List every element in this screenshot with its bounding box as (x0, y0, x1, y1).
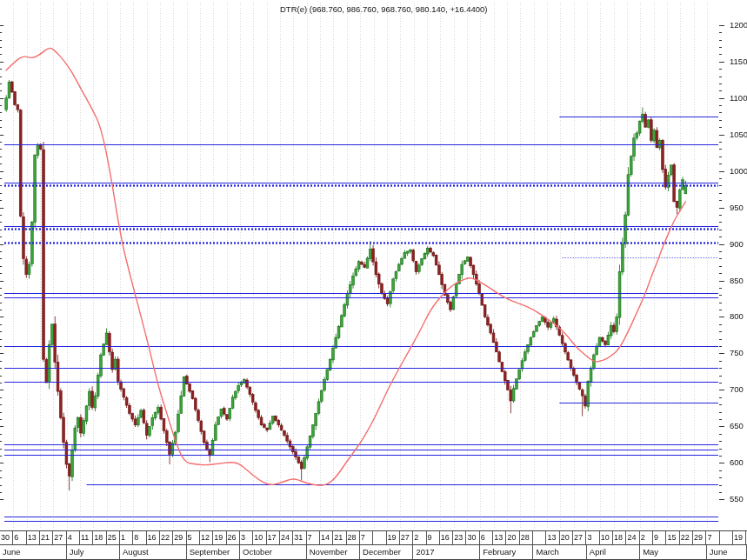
x-axis-month-label: June (707, 545, 747, 559)
x-axis-month-label: August (120, 545, 187, 559)
x-axis-week-label: 30 (0, 531, 13, 544)
x-axis-week-label: 8 (133, 531, 146, 544)
x-axis-week-label: 19 (213, 531, 226, 544)
x-axis-week-label: 29 (693, 531, 706, 544)
x-axis-week-label: 30 (466, 531, 479, 544)
x-axis-week-label: 21 (40, 531, 53, 544)
x-axis-week-label: 7 (706, 531, 719, 544)
chart-title: DTR(e) (968.760, 986.760, 968.760, 980.1… (280, 4, 487, 14)
x-axis-week-label: 25 (107, 531, 120, 544)
x-axis-week-label: 22 (680, 531, 693, 544)
x-axis-week-label: 2 (640, 531, 653, 544)
x-axis-week-label: 6 (13, 531, 26, 544)
x-axis-week-label: 31 (293, 531, 306, 544)
x-axis-week-label: 21 (333, 531, 346, 544)
x-axis-week-label: 17 (267, 531, 280, 544)
x-axis-week-label: 7 (307, 531, 320, 544)
x-axis-week-label: 23 (453, 531, 466, 544)
x-axis-week-label: 19 (733, 531, 746, 544)
x-axis-month-label: May (640, 545, 707, 559)
x-axis-month-label: March (533, 545, 586, 559)
x-axis-months-row: JuneJulyAugustSeptemberOctoberNovemberDe… (0, 545, 747, 559)
x-axis-week-label: 11 (80, 531, 93, 544)
x-axis-week-label: 24 (626, 531, 639, 544)
x-axis-week-label: 3 (240, 531, 253, 544)
x-axis-dates-row: 3061321274111825181622295121926310172431… (0, 531, 747, 545)
x-axis-week-label: 10 (600, 531, 613, 544)
x-axis-week-label: 27 (400, 531, 413, 544)
x-axis-week-label: 28 (347, 531, 360, 544)
x-axis-week-label: 18 (613, 531, 626, 544)
x-axis-week-label: 27 (53, 531, 66, 544)
x-axis-week-label: 29 (173, 531, 186, 544)
x-axis-month-label: July (67, 545, 120, 559)
x-axis-week-label: 13 (27, 531, 40, 544)
x-axis-month-label: February (480, 545, 533, 559)
x-axis-month-label: June (0, 545, 67, 559)
x-axis-month-label: October (240, 545, 307, 559)
x-axis-week-label: 9 (427, 531, 440, 544)
chart-window: DTR(e) (968.760, 986.760, 968.760, 980.1… (0, 0, 747, 560)
x-axis-month-label: December (360, 545, 413, 559)
x-axis-week-label: 16 (440, 531, 453, 544)
x-axis-week-label: 12 (200, 531, 213, 544)
x-axis-month-label: November (307, 545, 360, 559)
x-axis-month-label: 2017 (413, 545, 480, 559)
x-axis-week-label: 22 (160, 531, 173, 544)
x-axis-week-label: 5 (187, 531, 200, 544)
x-axis-month-label: September (187, 545, 240, 559)
x-axis-week-label (533, 531, 546, 544)
x-axis-week-label: 10 (253, 531, 266, 544)
x-axis-week-label: 13 (546, 531, 559, 544)
x-axis-week-label: 16 (147, 531, 160, 544)
x-axis-week-label: 20 (506, 531, 519, 544)
x-axis-week-label: 6 (480, 531, 493, 544)
x-axis-week-label: 9 (653, 531, 666, 544)
price-chart-canvas[interactable] (0, 0, 747, 560)
x-axis-week-label: 19 (387, 531, 400, 544)
x-axis-week-label: 7 (360, 531, 373, 544)
x-axis-week-label: 26 (227, 531, 240, 544)
x-axis-week-label: 2 (413, 531, 426, 544)
x-axis-week-label (720, 531, 733, 544)
x-axis-week-label: 1 (120, 531, 133, 544)
x-axis-week-label: 4 (67, 531, 80, 544)
x-axis-week-label: 3 (586, 531, 599, 544)
x-axis-month-label: April (587, 545, 640, 559)
x-axis-week-label (373, 531, 386, 544)
x-axis-week-label: 14 (320, 531, 333, 544)
x-axis-week-label: 15 (666, 531, 679, 544)
x-axis-week-label: 18 (93, 531, 106, 544)
x-axis: 3061321274111825181622295121926310172431… (0, 530, 747, 560)
x-axis-week-label: 20 (560, 531, 573, 544)
x-axis-week-label: 13 (493, 531, 506, 544)
x-axis-week-label: 24 (280, 531, 293, 544)
x-axis-week-label: 27 (573, 531, 586, 544)
x-axis-week-label: 28 (520, 531, 533, 544)
